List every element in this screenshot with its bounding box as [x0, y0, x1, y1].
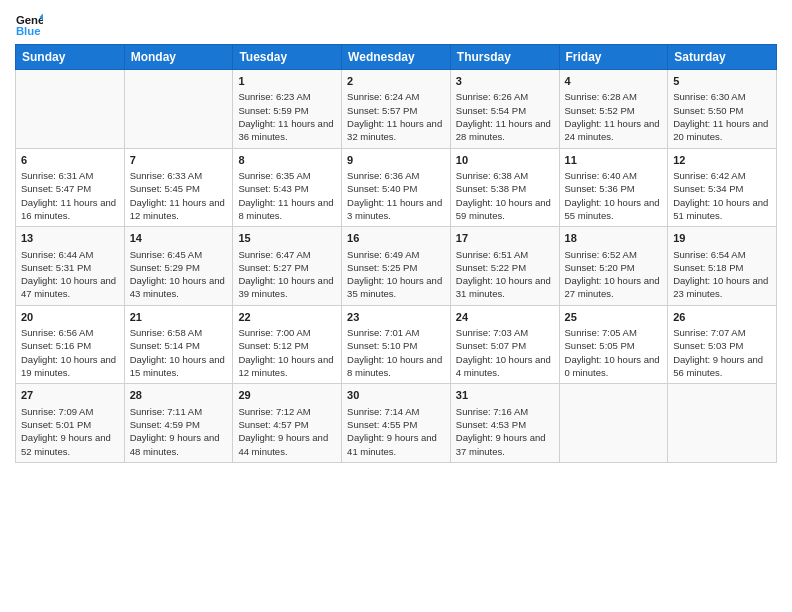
day-info: Daylight: 10 hours and 43 minutes. [130, 274, 228, 301]
day-info: Sunset: 5:43 PM [238, 182, 336, 195]
calendar-cell: 8Sunrise: 6:35 AMSunset: 5:43 PMDaylight… [233, 148, 342, 227]
day-number: 17 [456, 231, 554, 246]
calendar-cell [668, 384, 777, 463]
day-info: Sunrise: 7:16 AM [456, 405, 554, 418]
day-number: 12 [673, 153, 771, 168]
calendar-cell [559, 384, 668, 463]
day-number: 27 [21, 388, 119, 403]
calendar-table: SundayMondayTuesdayWednesdayThursdayFrid… [15, 44, 777, 463]
calendar-cell: 14Sunrise: 6:45 AMSunset: 5:29 PMDayligh… [124, 227, 233, 306]
day-info: Sunrise: 6:54 AM [673, 248, 771, 261]
calendar-cell: 10Sunrise: 6:38 AMSunset: 5:38 PMDayligh… [450, 148, 559, 227]
day-info: Sunrise: 6:38 AM [456, 169, 554, 182]
calendar-cell: 17Sunrise: 6:51 AMSunset: 5:22 PMDayligh… [450, 227, 559, 306]
day-info: Sunrise: 7:01 AM [347, 326, 445, 339]
day-info: Sunrise: 6:26 AM [456, 90, 554, 103]
calendar-cell: 5Sunrise: 6:30 AMSunset: 5:50 PMDaylight… [668, 70, 777, 149]
calendar-cell: 6Sunrise: 6:31 AMSunset: 5:47 PMDaylight… [16, 148, 125, 227]
day-info: Sunset: 5:05 PM [565, 339, 663, 352]
day-info: Sunset: 5:34 PM [673, 182, 771, 195]
day-info: Sunset: 4:53 PM [456, 418, 554, 431]
day-number: 10 [456, 153, 554, 168]
day-info: Sunrise: 7:09 AM [21, 405, 119, 418]
weekday-header-thursday: Thursday [450, 45, 559, 70]
day-number: 21 [130, 310, 228, 325]
day-info: Daylight: 10 hours and 27 minutes. [565, 274, 663, 301]
svg-text:General: General [16, 14, 43, 26]
calendar-cell: 22Sunrise: 7:00 AMSunset: 5:12 PMDayligh… [233, 305, 342, 384]
day-info: Daylight: 9 hours and 41 minutes. [347, 431, 445, 458]
day-number: 24 [456, 310, 554, 325]
day-info: Sunset: 5:07 PM [456, 339, 554, 352]
calendar-week-row: 20Sunrise: 6:56 AMSunset: 5:16 PMDayligh… [16, 305, 777, 384]
day-number: 3 [456, 74, 554, 89]
calendar-cell: 24Sunrise: 7:03 AMSunset: 5:07 PMDayligh… [450, 305, 559, 384]
calendar-cell: 1Sunrise: 6:23 AMSunset: 5:59 PMDaylight… [233, 70, 342, 149]
day-number: 4 [565, 74, 663, 89]
weekday-header-tuesday: Tuesday [233, 45, 342, 70]
day-info: Sunset: 4:57 PM [238, 418, 336, 431]
weekday-header-monday: Monday [124, 45, 233, 70]
day-number: 28 [130, 388, 228, 403]
day-info: Sunset: 5:27 PM [238, 261, 336, 274]
day-info: Sunset: 5:52 PM [565, 104, 663, 117]
day-info: Sunset: 5:59 PM [238, 104, 336, 117]
day-info: Sunrise: 7:07 AM [673, 326, 771, 339]
calendar-cell: 31Sunrise: 7:16 AMSunset: 4:53 PMDayligh… [450, 384, 559, 463]
calendar-cell: 3Sunrise: 6:26 AMSunset: 5:54 PMDaylight… [450, 70, 559, 149]
day-info: Sunrise: 6:51 AM [456, 248, 554, 261]
calendar-cell: 19Sunrise: 6:54 AMSunset: 5:18 PMDayligh… [668, 227, 777, 306]
day-info: Daylight: 11 hours and 24 minutes. [565, 117, 663, 144]
day-number: 6 [21, 153, 119, 168]
day-info: Daylight: 10 hours and 39 minutes. [238, 274, 336, 301]
day-info: Sunrise: 6:47 AM [238, 248, 336, 261]
calendar-cell: 26Sunrise: 7:07 AMSunset: 5:03 PMDayligh… [668, 305, 777, 384]
day-info: Sunrise: 6:56 AM [21, 326, 119, 339]
day-info: Daylight: 10 hours and 59 minutes. [456, 196, 554, 223]
day-info: Sunrise: 6:35 AM [238, 169, 336, 182]
day-number: 8 [238, 153, 336, 168]
day-number: 18 [565, 231, 663, 246]
day-info: Sunset: 5:16 PM [21, 339, 119, 352]
day-info: Daylight: 10 hours and 4 minutes. [456, 353, 554, 380]
calendar-cell: 16Sunrise: 6:49 AMSunset: 5:25 PMDayligh… [342, 227, 451, 306]
day-info: Daylight: 11 hours and 16 minutes. [21, 196, 119, 223]
day-info: Sunrise: 6:30 AM [673, 90, 771, 103]
calendar-week-row: 27Sunrise: 7:09 AMSunset: 5:01 PMDayligh… [16, 384, 777, 463]
day-info: Daylight: 11 hours and 8 minutes. [238, 196, 336, 223]
day-info: Daylight: 10 hours and 19 minutes. [21, 353, 119, 380]
day-info: Sunrise: 6:33 AM [130, 169, 228, 182]
day-info: Sunrise: 6:45 AM [130, 248, 228, 261]
day-info: Daylight: 10 hours and 15 minutes. [130, 353, 228, 380]
day-info: Sunset: 5:45 PM [130, 182, 228, 195]
day-info: Sunrise: 6:58 AM [130, 326, 228, 339]
calendar-cell: 9Sunrise: 6:36 AMSunset: 5:40 PMDaylight… [342, 148, 451, 227]
calendar-week-row: 6Sunrise: 6:31 AMSunset: 5:47 PMDaylight… [16, 148, 777, 227]
weekday-header-friday: Friday [559, 45, 668, 70]
calendar-header-row: SundayMondayTuesdayWednesdayThursdayFrid… [16, 45, 777, 70]
day-info: Daylight: 10 hours and 0 minutes. [565, 353, 663, 380]
calendar-cell [16, 70, 125, 149]
logo: General Blue [15, 10, 47, 38]
day-info: Daylight: 10 hours and 31 minutes. [456, 274, 554, 301]
day-info: Daylight: 9 hours and 37 minutes. [456, 431, 554, 458]
day-info: Sunset: 5:18 PM [673, 261, 771, 274]
day-info: Sunrise: 6:31 AM [21, 169, 119, 182]
day-number: 29 [238, 388, 336, 403]
day-info: Daylight: 9 hours and 48 minutes. [130, 431, 228, 458]
calendar-cell: 15Sunrise: 6:47 AMSunset: 5:27 PMDayligh… [233, 227, 342, 306]
day-number: 13 [21, 231, 119, 246]
calendar-cell: 11Sunrise: 6:40 AMSunset: 5:36 PMDayligh… [559, 148, 668, 227]
calendar-cell: 18Sunrise: 6:52 AMSunset: 5:20 PMDayligh… [559, 227, 668, 306]
day-number: 25 [565, 310, 663, 325]
day-info: Sunset: 5:29 PM [130, 261, 228, 274]
day-info: Sunrise: 6:24 AM [347, 90, 445, 103]
day-info: Sunset: 5:22 PM [456, 261, 554, 274]
calendar-cell: 28Sunrise: 7:11 AMSunset: 4:59 PMDayligh… [124, 384, 233, 463]
day-info: Sunrise: 6:28 AM [565, 90, 663, 103]
day-info: Sunset: 5:38 PM [456, 182, 554, 195]
day-info: Sunset: 5:03 PM [673, 339, 771, 352]
weekday-header-sunday: Sunday [16, 45, 125, 70]
day-number: 5 [673, 74, 771, 89]
day-number: 30 [347, 388, 445, 403]
